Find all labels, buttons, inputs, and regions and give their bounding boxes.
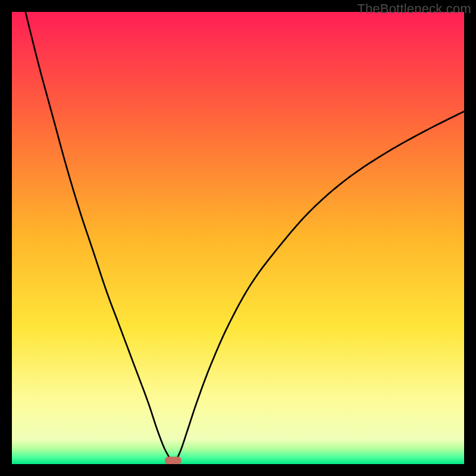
- chart-plot-area: [12, 12, 464, 464]
- watermark-text: TheBottleneck.com: [357, 1, 471, 17]
- bottleneck-curve: [12, 12, 464, 464]
- bottleneck-marker: [165, 456, 181, 464]
